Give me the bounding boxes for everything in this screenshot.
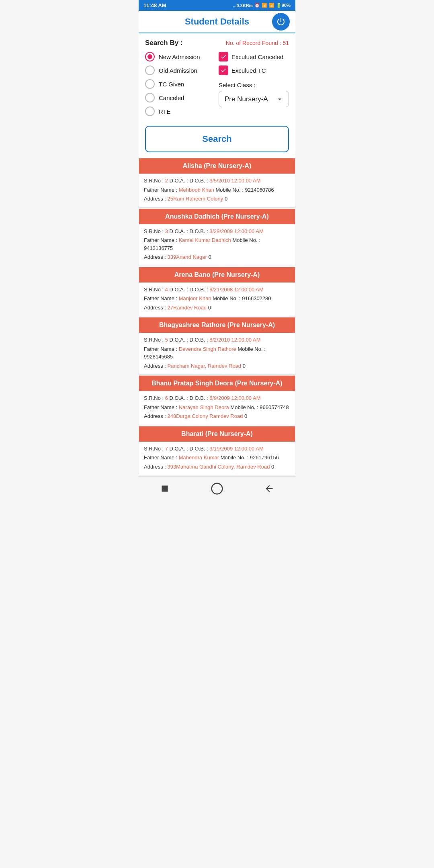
search-header: Search By : No. of Record Found : 51 xyxy=(145,39,289,47)
radio-label-tc-given: TC Given xyxy=(159,81,184,88)
student-card-body: S.R.No : 2 D.O.A. : D.O.B. : 3/5/2010 12… xyxy=(139,174,295,207)
radio-circle-old-admission xyxy=(145,66,155,75)
radio-tc-given[interactable]: TC Given xyxy=(145,79,215,89)
checkbox-excluded-canceled[interactable]: Exculued Canceled xyxy=(219,52,289,61)
navigation-bar xyxy=(139,476,295,501)
battery-icon: 🔋90% xyxy=(276,3,291,8)
radio-label-old-admission: Old Admission xyxy=(159,67,197,74)
student-info-line2: Father Name : Manjoor Khan Mobile No. : … xyxy=(144,295,290,303)
student-card-body: S.R.No : 7 D.O.A. : D.O.B. : 3/19/2009 1… xyxy=(139,442,295,475)
search-button[interactable]: Search xyxy=(145,126,289,152)
radio-old-admission[interactable]: Old Admission xyxy=(145,66,215,75)
wifi-icon: 📶 xyxy=(269,3,274,8)
search-section: Search By : No. of Record Found : 51 New… xyxy=(139,33,295,120)
status-bar-right: ...0.3KB/s ⏰ 📶 📶 🔋90% xyxy=(233,3,291,8)
student-card[interactable]: Bhagyashree Rathore (Pre Nursery-A)S.R.N… xyxy=(139,317,295,375)
home-button[interactable] xyxy=(210,481,224,496)
students-list: Alisha (Pre Nursery-A)S.R.No : 2 D.O.A. … xyxy=(139,158,295,476)
student-card-body: S.R.No : 3 D.O.A. : D.O.B. : 3/29/2009 1… xyxy=(139,224,295,266)
radio-rte[interactable]: RTE xyxy=(145,106,215,116)
checkbox-group: Exculued Canceled Exculued TC Select Cla… xyxy=(219,52,289,116)
student-info-line2: Father Name : Narayan Singh Deora Mobile… xyxy=(144,403,290,411)
student-card-header: Bhanu Pratap Singh Deora (Pre Nursery-A) xyxy=(139,376,295,391)
student-info-line3: Address : 393Mahatma Gandhi Colony, Ramd… xyxy=(144,463,290,471)
power-button[interactable] xyxy=(272,13,290,31)
student-info-line1: S.R.No : 3 D.O.A. : D.O.B. : 3/29/2009 1… xyxy=(144,227,290,235)
class-select[interactable]: Pre Nursery-A Pre Nursery-B Nursery-A Nu… xyxy=(219,91,289,107)
status-bar: 11:48 AM ...0.3KB/s ⏰ 📶 📶 🔋90% xyxy=(139,0,295,11)
radio-new-admission[interactable]: New Admission xyxy=(145,52,215,61)
checkbox-box-excluded-tc xyxy=(219,66,228,75)
student-info-line2: Father Name : Devendra Singh Rathore Mob… xyxy=(144,345,290,361)
student-info-line1: S.R.No : 4 D.O.A. : D.O.B. : 9/21/2008 1… xyxy=(144,286,290,294)
checkbox-label-excluded-canceled: Exculued Canceled xyxy=(231,53,283,60)
student-name: Arena Bano (Pre Nursery-A) xyxy=(174,271,260,278)
filter-area: New Admission Old Admission TC Given Can… xyxy=(145,52,289,116)
student-info-line1: S.R.No : 6 D.O.A. : D.O.B. : 6/9/2009 12… xyxy=(144,394,290,402)
student-name: Bharati (Pre Nursery-A) xyxy=(181,430,253,437)
student-info-line2: Father Name : Mehboob Khan Mobile No. : … xyxy=(144,186,290,194)
student-card-body: S.R.No : 6 D.O.A. : D.O.B. : 6/9/2009 12… xyxy=(139,391,295,425)
student-info-line3: Address : 25Ram Raheem Colony 0 xyxy=(144,195,290,203)
student-info-line2: Father Name : Mahendra Kumar Mobile No. … xyxy=(144,454,290,462)
student-name: Bhanu Pratap Singh Deora (Pre Nursery-A) xyxy=(151,380,282,387)
signal-icon: 📶 xyxy=(262,3,267,8)
student-name: Alisha (Pre Nursery-A) xyxy=(183,162,252,169)
svg-point-1 xyxy=(212,483,223,494)
student-card[interactable]: Alisha (Pre Nursery-A)S.R.No : 2 D.O.A. … xyxy=(139,158,295,208)
back-button[interactable] xyxy=(262,481,276,496)
student-info-line3: Address : 339Anand Nagar 0 xyxy=(144,253,290,261)
svg-rect-0 xyxy=(162,485,168,491)
student-card-body: S.R.No : 4 D.O.A. : D.O.B. : 9/21/2008 1… xyxy=(139,283,295,316)
record-count: No. of Record Found : 51 xyxy=(226,40,289,46)
student-card[interactable]: Arena Bano (Pre Nursery-A)S.R.No : 4 D.O… xyxy=(139,267,295,317)
student-info-line1: S.R.No : 5 D.O.A. : D.O.B. : 8/2/2010 12… xyxy=(144,336,290,344)
class-select-area: Select Class : Pre Nursery-A Pre Nursery… xyxy=(219,82,289,107)
radio-label-canceled: Canceled xyxy=(159,94,184,101)
student-card-header: Bhagyashree Rathore (Pre Nursery-A) xyxy=(139,317,295,333)
clock-icon: ⏰ xyxy=(254,3,260,8)
stop-button[interactable] xyxy=(158,481,172,496)
radio-label-new-admission: New Admission xyxy=(159,53,200,60)
page-title: Student Details xyxy=(185,16,249,27)
radio-circle-tc-given xyxy=(145,79,155,89)
student-info-line3: Address : 248Durga Colony Ramdev Road 0 xyxy=(144,412,290,420)
class-select-label: Select Class : xyxy=(219,82,289,88)
student-card[interactable]: Bhanu Pratap Singh Deora (Pre Nursery-A)… xyxy=(139,375,295,425)
student-card-header: Alisha (Pre Nursery-A) xyxy=(139,158,295,174)
student-name: Bhagyashree Rathore (Pre Nursery-A) xyxy=(159,321,275,328)
checkbox-excluded-tc[interactable]: Exculued TC xyxy=(219,66,289,75)
status-time: 11:48 AM xyxy=(143,2,166,8)
student-info-line1: S.R.No : 2 D.O.A. : D.O.B. : 3/5/2010 12… xyxy=(144,177,290,185)
search-button-wrap: Search xyxy=(139,120,295,158)
student-info-line3: Address : Pancham Nagar, Ramdev Road 0 xyxy=(144,362,290,370)
student-card[interactable]: Anushka Dadhich (Pre Nursery-A)S.R.No : … xyxy=(139,209,295,266)
student-info-line3: Address : 27Ramdev Road 0 xyxy=(144,304,290,312)
student-card-header: Arena Bano (Pre Nursery-A) xyxy=(139,267,295,283)
search-by-label: Search By : xyxy=(145,39,183,47)
header: Student Details xyxy=(139,11,295,33)
radio-group: New Admission Old Admission TC Given Can… xyxy=(145,52,215,116)
radio-circle-new-admission xyxy=(145,52,155,61)
network-speed: ...0.3KB/s xyxy=(233,3,253,8)
checkbox-label-excluded-tc: Exculued TC xyxy=(231,67,266,74)
student-card[interactable]: Bharati (Pre Nursery-A)S.R.No : 7 D.O.A.… xyxy=(139,426,295,476)
student-card-header: Bharati (Pre Nursery-A) xyxy=(139,426,295,442)
student-info-line2: Father Name : Kamal Kumar Dadhich Mobile… xyxy=(144,236,290,252)
checkbox-box-excluded-canceled xyxy=(219,52,228,61)
radio-canceled[interactable]: Canceled xyxy=(145,93,215,102)
student-card-header: Anushka Dadhich (Pre Nursery-A) xyxy=(139,209,295,224)
radio-circle-rte xyxy=(145,106,155,116)
student-info-line1: S.R.No : 7 D.O.A. : D.O.B. : 3/19/2009 1… xyxy=(144,445,290,453)
radio-circle-canceled xyxy=(145,93,155,102)
student-card-body: S.R.No : 5 D.O.A. : D.O.B. : 8/2/2010 12… xyxy=(139,333,295,374)
student-name: Anushka Dadhich (Pre Nursery-A) xyxy=(165,213,269,220)
radio-label-rte: RTE xyxy=(159,108,171,115)
